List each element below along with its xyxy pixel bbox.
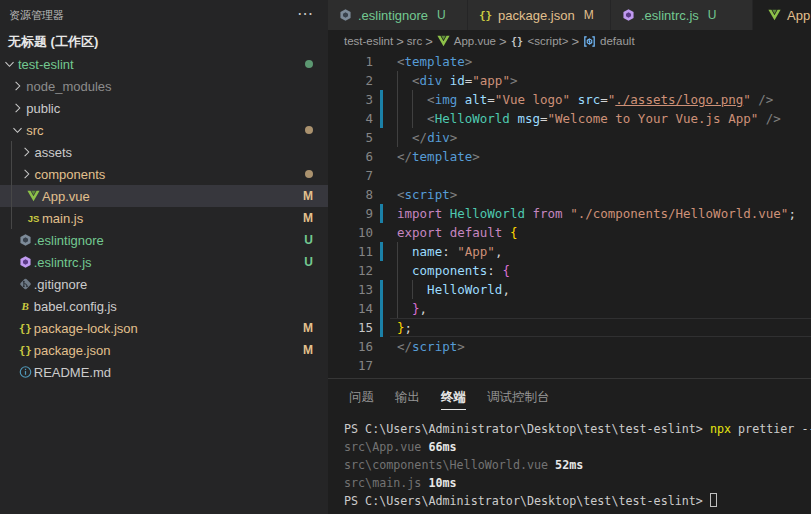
eslint-gray-icon bbox=[18, 232, 33, 248]
tab-git-status-badge: M bbox=[584, 8, 594, 22]
tab-label: .eslintrc.js bbox=[641, 8, 699, 23]
code-token: from bbox=[532, 206, 562, 221]
tab-.eslintrc.js[interactable]: .eslintrc.jsU bbox=[611, 0, 753, 30]
tab-.eslintignore[interactable]: .eslintignoreU bbox=[328, 0, 468, 30]
git-status-badge: M bbox=[303, 339, 313, 361]
line-number: 17 bbox=[328, 356, 373, 375]
tab-App.vue[interactable]: App.vueM bbox=[753, 0, 811, 30]
tree-indent-guide bbox=[11, 141, 12, 229]
code-token bbox=[442, 225, 450, 240]
git-status-badge: U bbox=[304, 229, 313, 251]
panel-tab-终端[interactable]: 终端 bbox=[441, 383, 466, 411]
panel-tab-调试控制台[interactable]: 调试控制台 bbox=[487, 383, 550, 411]
breadcrumb-item[interactable]: test-eslint bbox=[344, 35, 393, 47]
tab-git-status-badge: U bbox=[437, 8, 446, 22]
terminal-token: src\main.js bbox=[344, 476, 428, 490]
tree-item-label: assets bbox=[35, 145, 73, 160]
code-line-text: </template> bbox=[397, 147, 480, 166]
tree-item-.eslintignore[interactable]: .eslintignoreU bbox=[0, 229, 328, 251]
terminal[interactable]: PS C:\Users\Administrator\Desktop\test\t… bbox=[344, 420, 811, 510]
js-icon: JS bbox=[26, 210, 41, 226]
terminal-token: PS C:\Users\Administrator\Desktop\test\t… bbox=[344, 422, 710, 436]
panel-tab-问题[interactable]: 问题 bbox=[349, 383, 374, 411]
code-token: /> bbox=[766, 111, 781, 126]
editor-tabbar: .eslintignoreU{}package.jsonM.eslintrc.j… bbox=[328, 0, 811, 30]
code-token: script bbox=[412, 339, 457, 354]
breadcrumb-item[interactable]: {}<script> bbox=[510, 33, 569, 49]
braces-icon: {} bbox=[18, 342, 33, 358]
code-token: template bbox=[412, 149, 472, 164]
code-line-text: name: "App", bbox=[397, 242, 502, 261]
chevron-right-icon bbox=[10, 78, 25, 94]
tab-label: package.json bbox=[498, 8, 575, 23]
more-actions-icon[interactable]: ⋯ bbox=[297, 4, 314, 23]
tree-item-babel.config.js[interactable]: Bbabel.config.js bbox=[0, 295, 328, 317]
tree-item-README.md[interactable]: README.md bbox=[0, 361, 328, 383]
line-number: 7 bbox=[328, 166, 373, 185]
code-token: = bbox=[487, 92, 495, 107]
code-line-12: 12 components: { bbox=[328, 261, 811, 280]
code-token: > bbox=[510, 73, 518, 88]
code-token: "./components/HelloWorld.vue" bbox=[570, 206, 788, 221]
line-number: 10 bbox=[328, 223, 373, 242]
code-token: div bbox=[420, 73, 443, 88]
tree-item-test-eslint[interactable]: test-eslint bbox=[0, 53, 328, 75]
code-line-4: 4 <HelloWorld msg="Welcome to Your Vue.j… bbox=[328, 109, 811, 128]
panel-tabbar: 问题输出终端调试控制台 bbox=[349, 383, 571, 411]
breadcrumb-item[interactable]: App.vue bbox=[436, 33, 496, 49]
code-token: { bbox=[510, 225, 518, 240]
breadcrumb-item[interactable]: default bbox=[582, 33, 635, 49]
line-number: 16 bbox=[328, 337, 373, 356]
tree-item-assets[interactable]: assets bbox=[0, 141, 328, 163]
code-token: < bbox=[427, 92, 435, 107]
code-token: > bbox=[465, 54, 473, 69]
tree-item-label: .eslintignore bbox=[34, 233, 104, 248]
indent-guide bbox=[412, 90, 413, 128]
code-token bbox=[442, 206, 450, 221]
indent-guide bbox=[397, 71, 398, 147]
workspace-section-header[interactable]: 无标题 (工作区) bbox=[8, 33, 98, 51]
tree-item-label: .gitignore bbox=[34, 277, 87, 292]
code-token: "App" bbox=[457, 244, 495, 259]
terminal-token: src\App.vue bbox=[344, 440, 428, 454]
code-line-8: 8<script> bbox=[328, 185, 811, 204]
terminal-line: src\App.vue 66ms bbox=[344, 438, 811, 456]
code-token: "Welcome to Your Vue.js App" bbox=[548, 111, 759, 126]
explorer-title: 资源管理器 bbox=[9, 8, 64, 23]
chevron-down-icon bbox=[2, 56, 17, 72]
code-line-1: 1<template> bbox=[328, 52, 811, 71]
code-line-text: HelloWorld, bbox=[397, 280, 510, 299]
tree-item-.gitignore[interactable]: .gitignore bbox=[0, 273, 328, 295]
tree-item-label: components bbox=[35, 167, 106, 182]
code-token: ; bbox=[788, 206, 796, 221]
code-editor[interactable]: 1<template>2 <div id="app">3 <img alt="V… bbox=[328, 52, 811, 378]
tree-item-main.js[interactable]: JSmain.jsM bbox=[0, 207, 328, 229]
tree-item-.eslintrc.js[interactable]: .eslintrc.jsU bbox=[0, 251, 328, 273]
code-line-14: 14 }, bbox=[328, 299, 811, 318]
explorer-header: 资源管理器 ⋯ bbox=[0, 0, 328, 28]
tree-item-package.json[interactable]: {}package.jsonM bbox=[0, 339, 328, 361]
code-line-17: 17 bbox=[328, 356, 811, 375]
vscode-window: 资源管理器 ⋯ 无标题 (工作区) test-eslintnode_module… bbox=[0, 0, 811, 514]
tab-package.json[interactable]: {}package.jsonM bbox=[468, 0, 611, 30]
code-token: HelloWorld bbox=[427, 282, 502, 297]
code-token: : bbox=[487, 263, 502, 278]
panel-tab-输出[interactable]: 输出 bbox=[395, 383, 420, 411]
tree-item-public[interactable]: public bbox=[0, 97, 328, 119]
current-line-highlight bbox=[390, 318, 811, 337]
tree-item-App.vue[interactable]: App.vueM bbox=[0, 185, 328, 207]
tree-item-components[interactable]: components bbox=[0, 163, 328, 185]
line-number: 12 bbox=[328, 261, 373, 280]
code-line-16: 16</script> bbox=[328, 337, 811, 356]
code-token: </ bbox=[397, 339, 412, 354]
tree-item-node-modules[interactable]: node_modules bbox=[0, 75, 328, 97]
breadcrumb-item-label: src bbox=[407, 35, 422, 47]
tab-label: .eslintignore bbox=[358, 8, 428, 23]
code-token: } bbox=[412, 301, 420, 316]
breadcrumb-item[interactable]: src bbox=[407, 35, 422, 47]
tree-item-src[interactable]: src bbox=[0, 119, 328, 141]
git-gutter-modified-bar bbox=[380, 90, 383, 128]
code-token: import bbox=[397, 206, 442, 221]
tree-item-package-lock.json[interactable]: {}package-lock.jsonM bbox=[0, 317, 328, 339]
line-number: 5 bbox=[328, 128, 373, 147]
